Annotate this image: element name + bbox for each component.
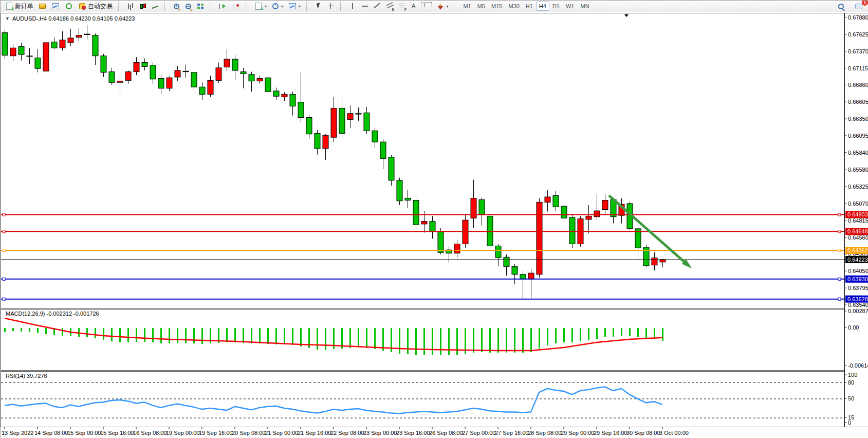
svg-text:0.66860: 0.66860 [848,82,868,88]
timeframe-m5[interactable]: M5 [474,2,488,11]
svg-text:-0.006142: -0.006142 [848,362,868,369]
svg-text:0.64903: 0.64903 [847,211,868,217]
svg-text:0.65325: 0.65325 [848,184,868,190]
chart-window-button[interactable] [49,2,62,11]
svg-text:0: 0 [848,419,851,426]
svg-text:19 Sep 00:00: 19 Sep 00:00 [166,430,199,436]
signals-button[interactable] [62,2,76,11]
svg-text:0.67115: 0.67115 [848,65,868,71]
crosshair-icon [327,3,335,10]
timeframe-m1[interactable]: M1 [460,2,474,11]
svg-text:0.67370: 0.67370 [848,48,868,54]
svg-text:0.64648: 0.64648 [847,228,868,234]
svg-text:0.66350: 0.66350 [848,116,868,122]
svg-text:0.63795: 0.63795 [848,285,868,291]
svg-text:50: 50 [848,395,854,402]
auto-trading-button[interactable]: 自动交易 [76,2,115,11]
auto-trading-label: 自动交易 [88,2,113,11]
svg-text:0.65840: 0.65840 [848,150,868,156]
text-label-icon: T [421,2,432,10]
period-clock-button[interactable]: ▾ [269,2,286,11]
svg-text:80: 80 [848,379,854,386]
notifications-button[interactable]: 1 [852,2,865,11]
bar-chart-button[interactable] [124,2,137,11]
new-chart-icon [255,3,262,10]
timeframe-h1[interactable]: H1 [523,2,536,11]
text-label-button[interactable]: T [419,2,434,11]
crosshair-button[interactable] [325,2,337,11]
zoom-out-icon [186,4,191,9]
vertical-line-icon [349,3,356,10]
toolbar-separator [454,2,457,11]
chart-collapse-icon[interactable]: ▼ [5,16,10,21]
svg-text:27 Sep 16:00: 27 Sep 16:00 [495,430,528,436]
main-toolbar: 新订单 自动交易 ▾ ▾ [1,1,868,12]
svg-text:0.64050: 0.64050 [848,268,868,274]
channel-button[interactable] [383,2,396,11]
template-icon [289,3,296,9]
clock-icon [272,3,279,9]
timeframe-m30[interactable]: M30 [505,2,522,11]
timeframe-h4[interactable]: H4 [536,2,549,11]
new-order-label: 新订单 [15,2,33,11]
svg-text:0.67880: 0.67880 [848,14,868,21]
svg-text:15 Sep 00:00: 15 Sep 00:00 [67,430,101,436]
toolbar-separator [340,2,343,11]
symbol-ohlc-title: AUDUSD-,H4 0.64186 0.64230 0.64105 0.642… [12,15,135,22]
arrow-objects-button[interactable]: ▾ [434,2,451,11]
svg-text:0.64815: 0.64815 [848,217,868,224]
svg-text:0.65070: 0.65070 [848,200,868,207]
svg-text:0.65580: 0.65580 [848,167,868,173]
svg-text:23 Sep 00:00: 23 Sep 00:00 [363,430,397,436]
timeframe-d1[interactable]: D1 [549,2,563,11]
horizontal-line-button[interactable] [359,2,371,11]
svg-text:21 Sep 16:00: 21 Sep 16:00 [298,430,331,436]
new-chart-button[interactable]: ▾ [252,2,269,11]
zoom-in-icon [174,4,179,9]
channel-icon [386,3,393,10]
svg-text:14 Sep 08:00: 14 Sep 08:00 [34,430,68,436]
timeframe-m15[interactable]: M15 [488,2,505,11]
auto-scroll-button[interactable] [216,2,229,11]
horizontal-line-icon [361,3,368,10]
timeframe-w1[interactable]: W1 [563,2,578,11]
tile-windows-icon [197,3,204,10]
line-chart-button[interactable] [149,2,161,11]
new-order-button[interactable]: 新订单 [3,2,36,11]
svg-text:100: 100 [848,372,857,378]
candlestick-chart-button[interactable] [137,2,149,11]
search-button[interactable] [835,2,847,11]
svg-text:15 Sep 16:00: 15 Sep 16:00 [100,430,134,436]
text-tool-button[interactable]: A [408,2,419,11]
chart-title: ▼AUDUSD-,H4 0.64186 0.64230 0.64105 0.64… [5,15,135,22]
trendline-button[interactable] [371,2,383,11]
timeframe-group: M1 M5 M15 M30 H1 H4 D1 W1 MN [458,1,594,12]
svg-text:3 Oct 00:00: 3 Oct 00:00 [659,430,689,436]
line-chart-icon [152,3,159,10]
zoom-in-button[interactable] [171,2,182,11]
cursor-icon [315,3,322,10]
zoom-out-button[interactable] [182,2,194,11]
gold-icon [39,4,46,9]
toolbar-separator [164,2,168,11]
chart-shift-button[interactable] [229,2,243,11]
trendline-icon [374,3,381,10]
template-button[interactable]: ▾ [286,2,303,11]
tile-windows-button[interactable] [194,2,207,11]
svg-text:29 Sep 00:00: 29 Sep 00:00 [561,430,594,436]
toolbar-separator [118,2,121,11]
auto-scroll-icon [219,4,226,9]
svg-text:13 Sep 2022: 13 Sep 2022 [2,430,33,436]
dropdown-arrow-icon: ▾ [446,4,448,9]
svg-text:30 Sep 08:00: 30 Sep 08:00 [626,430,660,436]
vertical-line-button[interactable] [346,2,359,11]
comment-icon [855,4,862,9]
toolbar-separator [306,2,309,11]
svg-text:0.64223: 0.64223 [847,257,868,263]
cursor-button[interactable] [312,2,325,11]
timeframe-mn[interactable]: MN [577,2,592,11]
fibonacci-button[interactable] [396,2,408,11]
chart-canvas[interactable]: 0.678800.676250.673700.671150.668600.666… [1,12,868,438]
market-watch-button[interactable] [36,2,49,11]
svg-text:0.63930: 0.63930 [847,276,868,282]
